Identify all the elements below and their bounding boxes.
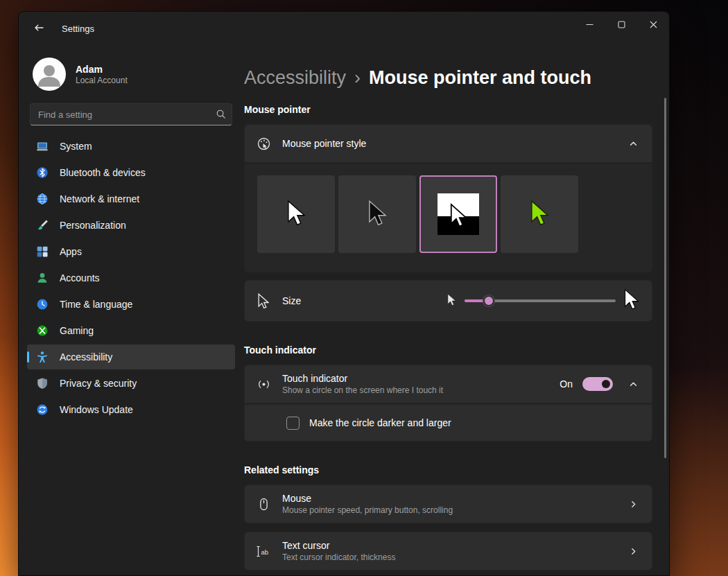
sidebar-item-network-internet[interactable]: Network & internet [27,186,235,211]
black-cursor-icon [368,200,387,229]
text-cursor-icon: ab [256,543,271,559]
profile-name: Adam [76,63,128,76]
text-cursor-settings-link[interactable]: ab Text cursor Text cursor indicator, th… [244,532,652,570]
sidebar-item-privacy-security[interactable]: Privacy & security [27,371,235,396]
card-title: Mouse pointer style [282,137,366,150]
mouse-icon [256,496,271,512]
back-button[interactable] [27,18,51,39]
profile-account-type: Local Account [76,76,128,86]
sidebar-item-label: Network & internet [60,193,139,204]
mouse-settings-link[interactable]: Mouse Mouse pointer speed, primary butto… [244,485,652,523]
large-cursor-icon [624,288,639,313]
sidebar-item-label: Bluetooth & devices [60,167,146,178]
toggle-state-label: On [560,378,573,390]
green-cursor-icon [530,200,549,229]
section-heading-touch-indicator: Touch indicator [244,344,652,356]
bluetooth-icon [35,166,49,180]
size-label: Size [282,295,301,307]
pointer-size-card: Size [244,280,652,322]
sidebar-item-accessibility[interactable]: Accessibility [27,344,235,369]
checkbox-label: Make the circle darker and larger [309,417,451,428]
white-cursor-icon [287,200,306,229]
pointer-style-option-custom[interactable] [501,175,578,253]
breadcrumb: Accessibility › Mouse pointer and touch [244,67,652,89]
card-title: Text cursor [282,539,395,552]
main-content: Accessibility › Mouse pointer and touch … [243,45,669,575]
sidebar-item-windows-update[interactable]: Windows Update [27,397,235,422]
card-title: Touch indicator [282,372,443,385]
touch-indicator-card[interactable]: Touch indicator Show a circle on the scr… [244,365,652,403]
desktop-wallpaper: Settings [0,0,728,576]
touch-indicator-toggle[interactable] [582,377,613,391]
time-language-icon [35,298,49,311]
sidebar-item-label: Privacy & security [60,378,137,389]
sidebar-item-bluetooth-devices[interactable]: Bluetooth & devices [27,160,235,185]
toggle-knob [602,380,610,388]
small-cursor-icon [447,293,456,309]
avatar [33,58,66,91]
titlebar: Settings [19,12,669,45]
sidebar-item-label: System [60,141,92,152]
sidebar-item-apps[interactable]: Apps [27,239,235,264]
minimize-button[interactable] [573,12,605,38]
text-cursor-card-text: Text cursor Text cursor indicator, thick… [282,539,395,563]
touch-icon [256,376,271,392]
size-slider-thumb[interactable] [483,295,494,306]
touch-circle-option-row: Make the circle darker and larger [244,404,652,442]
window-title: Settings [62,24,94,34]
gaming-icon [35,324,49,338]
sidebar-item-label: Accounts [60,272,100,283]
search-box [30,103,232,125]
sidebar-item-system[interactable]: System [27,134,235,159]
breadcrumb-parent[interactable]: Accessibility [244,67,346,89]
scrollbar[interactable] [664,98,666,458]
personalization-icon [35,219,49,232]
pointer-style-options [244,164,652,272]
sidebar-item-time-language[interactable]: Time & language [27,292,235,317]
caption-controls [573,12,669,38]
pointer-style-icon [256,136,271,151]
network-icon [35,193,49,206]
close-icon [650,20,657,30]
windows-update-icon [35,403,49,417]
search-input[interactable] [30,103,232,125]
size-cursor-icon [256,293,271,308]
card-description: Show a circle on the screen where I touc… [282,385,443,396]
chevron-up-icon [627,139,639,148]
mouse-card-text: Mouse Mouse pointer speed, primary butto… [282,492,453,516]
maximize-button[interactable] [605,12,637,38]
svg-text:ab: ab [261,548,269,555]
chevron-up-icon [627,380,639,389]
card-description: Mouse pointer speed, primary button, scr… [282,505,453,516]
pointer-style-option-white[interactable] [257,175,335,253]
section-heading-related-settings: Related settings [244,464,652,475]
chevron-right-icon [627,500,639,509]
pointer-style-option-black[interactable] [338,175,416,253]
close-button[interactable] [637,12,669,38]
sidebar-item-gaming[interactable]: Gaming [27,318,235,343]
selected-accent-bar [27,351,29,363]
section-heading-mouse-pointer: Mouse pointer [244,104,652,115]
pointer-style-option-inverted[interactable] [419,175,497,253]
circle-darker-checkbox[interactable] [286,417,300,430]
page-title: Mouse pointer and touch [369,67,591,89]
breadcrumb-separator: › [354,67,361,89]
inverted-cursor-icon [437,193,479,235]
sidebar-item-accounts[interactable]: Accounts [27,265,235,290]
sidebar-item-label: Personalization [60,220,126,231]
minimize-icon [586,20,593,30]
size-slider[interactable] [465,294,616,308]
mouse-pointer-style-card[interactable]: Mouse pointer style [244,124,652,163]
sidebar: Adam Local Account System [19,45,243,575]
user-profile[interactable]: Adam Local Account [19,52,243,102]
system-icon [35,140,49,153]
sidebar-item-label: Gaming [60,325,94,336]
privacy-security-icon [35,377,49,390]
sidebar-item-label: Time & language [60,299,132,310]
accessibility-icon [35,351,49,364]
sidebar-item-personalization[interactable]: Personalization [27,213,235,238]
touch-card-text: Touch indicator Show a circle on the scr… [282,372,443,396]
accounts-icon [35,272,49,285]
sidebar-item-label: Apps [60,246,82,257]
sidebar-nav: System Bluetooth & devices Network & int… [19,134,243,422]
